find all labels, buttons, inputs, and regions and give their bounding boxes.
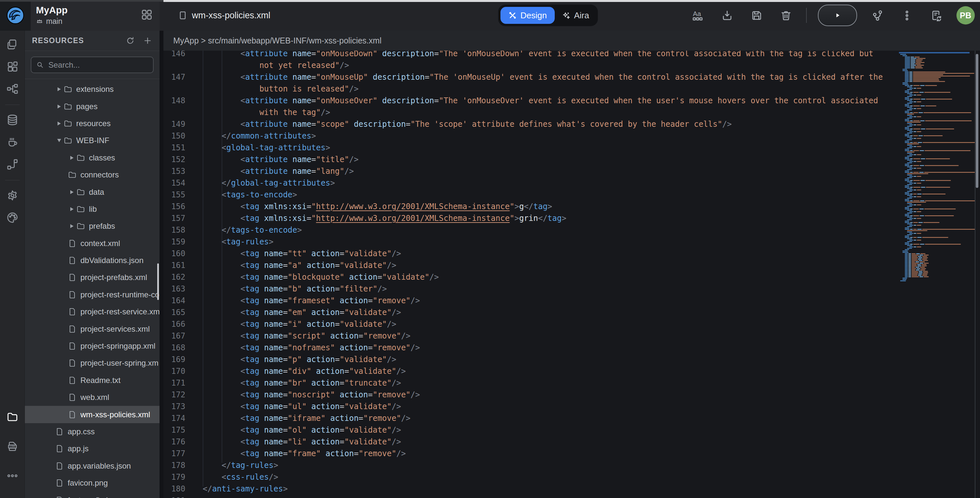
breadcrumb[interactable]: MyApp > src/main/webapp/WEB-INF/wm-xss-p…	[164, 31, 980, 51]
code-line-150: 150 </common-attributes>	[164, 130, 980, 142]
chevron-right-icon[interactable]	[55, 105, 64, 108]
delete-icon[interactable]	[777, 6, 795, 24]
tree-file-project-prefabs.xml[interactable]: project-prefabs.xml	[25, 269, 159, 286]
save-icon[interactable]	[747, 6, 765, 24]
document-icon	[178, 10, 188, 20]
chevron-right-icon[interactable]	[55, 87, 64, 91]
folder-icon	[76, 221, 85, 231]
tree-item-label: data	[89, 188, 104, 197]
run-button[interactable]	[818, 5, 857, 26]
tree-file-app.variables.json[interactable]: app.variables.json	[25, 457, 159, 474]
rail-more-icon[interactable]	[5, 469, 20, 483]
tree-file-web.xml[interactable]: web.xml	[25, 389, 159, 406]
code-line-175: 175 <tag name="ol" action="validate"/>	[164, 424, 980, 436]
tree-folder-prefabs[interactable]: prefabs	[25, 218, 159, 235]
code-line-147: 147 <attribute name="onMouseUp" descript…	[164, 71, 980, 83]
project-title: MyApp	[36, 5, 68, 16]
rail-database-icon[interactable]	[5, 113, 20, 127]
chevron-right-icon[interactable]	[68, 207, 76, 211]
search-box[interactable]	[31, 57, 154, 73]
tree-folder-data[interactable]: data	[25, 183, 159, 200]
app-logo[interactable]	[0, 0, 31, 31]
tree-file-Readme.txt[interactable]: Readme.txt	[25, 372, 159, 389]
text-style-icon[interactable]: Aa	[689, 6, 707, 24]
tree-item-label: resources	[76, 119, 110, 128]
file-sync-icon[interactable]	[927, 6, 945, 24]
tree-item-label: project-springapp.xml	[80, 342, 155, 351]
design-button[interactable]: Design	[500, 7, 555, 24]
chevron-right-icon[interactable]	[68, 156, 76, 160]
tree-file-dbValidations.json[interactable]: dbValidations.json	[25, 252, 159, 269]
tree-item-label: project-rest-runtime-co	[80, 290, 159, 299]
search-input[interactable]	[48, 60, 148, 70]
file-icon	[68, 273, 77, 282]
panel-resize-gutter[interactable]	[159, 31, 164, 498]
tree-item-label: font.config.js	[68, 496, 112, 498]
code-editor[interactable]: 146 <attribute name="onMouseDown" descri…	[164, 51, 980, 498]
rail-file-explorer-icon[interactable]	[5, 410, 20, 424]
rail-logs-icon[interactable]: LOG	[5, 439, 20, 453]
tree-file-project-user-spring.xm[interactable]: project-user-spring.xm	[25, 355, 159, 372]
rail-java-services-icon[interactable]	[5, 135, 20, 150]
tree-file-wm-xss-policies.xml[interactable]: wm-xss-policies.xml	[25, 406, 159, 423]
tree-folder-WEB-INF[interactable]: WEB-INF	[25, 132, 159, 149]
tree-folder-resources[interactable]: resources	[25, 115, 159, 132]
design-tools-icon	[508, 11, 517, 20]
tree-file-project-rest-service.xm[interactable]: project-rest-service.xm	[25, 303, 159, 320]
app-switcher-icon[interactable]	[140, 8, 153, 22]
user-avatar[interactable]: PB	[956, 6, 975, 24]
folder-icon	[64, 119, 73, 128]
tree-item-label: project-prefabs.xml	[80, 273, 147, 282]
tree-scrollbar-thumb[interactable]	[157, 263, 159, 300]
tree-file-favicon.png[interactable]: favicon.png	[25, 474, 159, 492]
rail-divider	[5, 180, 20, 180]
tree-file-context.xml[interactable]: context.xml	[25, 235, 159, 252]
download-icon[interactable]	[718, 6, 736, 24]
rail-pages-icon[interactable]	[5, 37, 20, 52]
tree-file-project-services.xml[interactable]: project-services.xml	[25, 320, 159, 337]
tree-item-label: context.xml	[80, 239, 120, 248]
tree-folder-extensions[interactable]: extensions	[25, 81, 159, 98]
rail-settings-icon[interactable]	[5, 188, 20, 203]
tree-folder-connectors[interactable]: connectors	[25, 166, 159, 183]
tree-item-label: WEB-INF	[76, 136, 109, 145]
rail-theme-icon[interactable]	[5, 210, 20, 225]
file-icon	[68, 376, 77, 385]
code-line-178: 178 </tag-rules>	[164, 460, 980, 471]
tree-folder-pages[interactable]: pages	[25, 98, 159, 115]
tree-folder-lib[interactable]: lib	[25, 200, 159, 218]
file-icon	[68, 325, 77, 334]
file-icon	[68, 342, 77, 351]
chevron-right-icon[interactable]	[68, 190, 76, 194]
tree-item-label: connectors	[80, 170, 119, 180]
file-icon	[68, 410, 77, 419]
branch-graph-icon[interactable]	[868, 6, 886, 24]
refresh-icon[interactable]	[126, 36, 135, 45]
rail-divider	[5, 105, 20, 105]
resources-header: RESOURCES	[25, 31, 159, 51]
tree-file-font.config.js[interactable]: font.config.js	[25, 492, 159, 498]
tree-file-project-rest-runtime-co[interactable]: project-rest-runtime-co	[25, 286, 159, 303]
rail-hierarchy-icon[interactable]	[5, 82, 20, 96]
chevron-right-icon[interactable]	[68, 224, 76, 228]
tree-item-label: dbValidations.json	[80, 256, 143, 265]
more-menu-icon[interactable]	[897, 6, 916, 24]
rail-connectors-icon[interactable]	[5, 157, 20, 172]
minimap[interactable]	[899, 52, 975, 300]
folder-icon	[64, 102, 73, 111]
chevron-right-icon[interactable]	[55, 122, 64, 126]
folder-icon	[64, 136, 73, 145]
chevron-down-icon[interactable]	[55, 139, 64, 142]
add-resource-icon[interactable]	[143, 36, 152, 45]
folder-icon	[76, 188, 85, 197]
editor-scrollbar-thumb[interactable]	[976, 54, 978, 188]
file-icon	[55, 461, 64, 471]
tree-file-app.css[interactable]: app.css	[25, 423, 159, 440]
aira-button[interactable]: Aira	[555, 7, 596, 24]
tree-file-app.js[interactable]: app.js	[25, 440, 159, 457]
tree-file-project-springapp.xml[interactable]: project-springapp.xml	[25, 337, 159, 355]
rail-widgets-icon[interactable]	[5, 59, 20, 74]
file-tab[interactable]: wm-xss-policies.xml	[178, 10, 270, 21]
tree-item-label: favicon.png	[68, 478, 108, 488]
tree-folder-classes[interactable]: classes	[25, 150, 159, 166]
